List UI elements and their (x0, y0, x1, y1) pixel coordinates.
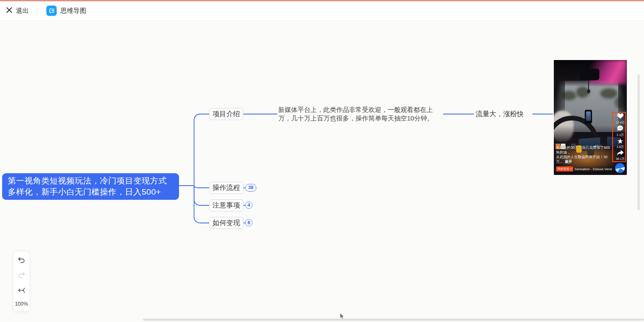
video-caption: 爸妈给的30万，自己花费加了600块的油， 从此我的人生翻篇即将开始！30万..… (556, 145, 613, 164)
collapse-branches-button[interactable] (17, 286, 26, 295)
mindmap-logo-icon (46, 6, 57, 16)
zoom-level[interactable]: 100% (15, 301, 28, 307)
annotation-highlight-box (612, 112, 626, 162)
mirror-charm (588, 80, 589, 90)
undo-button[interactable] (17, 256, 26, 265)
caption-line2: 从此我的人生翻篇即将开始！30万... (556, 155, 608, 164)
palm-tree (600, 88, 617, 99)
soda-music-logo (615, 163, 625, 173)
expand-link[interactable]: 展开 (565, 159, 572, 164)
window-accent-line (0, 0, 644, 1)
exit-button[interactable]: 退出 (6, 7, 29, 15)
rearview-mirror (580, 69, 599, 80)
video-thumbnail-node[interactable]: 05/11 爸妈给的30万，自己花费加了600块的油， 从此我的人生翻篇即将开始… (554, 60, 627, 175)
mirror-charm-pendant (587, 89, 590, 93)
topbar: 退出 思维导图 (0, 1, 644, 21)
mindmap-detail-text-node[interactable]: 新媒体平台上，此类作品非常受欢迎，一般观看都在上万，几十万上百万也很多，操作简单… (278, 105, 441, 123)
mindmap-benefit-text-node[interactable]: 流量大，涨粉快 (476, 110, 524, 119)
mindmap-node-precautions[interactable]: 注意事项 (209, 199, 243, 211)
redo-button[interactable] (17, 271, 26, 280)
mindmap-node-project-intro[interactable]: 项目介绍 (209, 108, 243, 120)
close-icon (6, 7, 12, 15)
collapsed-count-badge[interactable]: 4 (245, 202, 252, 209)
canvas-tool-panel: 100% (13, 251, 30, 312)
mindmap-node-operation-flow[interactable]: 操作流程 (209, 182, 243, 194)
horizontal-scrollbar[interactable] (143, 319, 644, 321)
music-bar[interactable]: 汽水音乐 > Sensation - Deluxe Versi (556, 166, 612, 172)
mindmap-root-node[interactable]: 第一视角类短视频玩法，冷门项目变现方式多样化，新手小白无门槛操作，日入500+ (2, 173, 179, 200)
mounted-phone-screen (586, 111, 591, 121)
exit-label: 退出 (16, 7, 29, 15)
mindmap-node-monetization[interactable]: 如何变现 (209, 217, 243, 229)
music-app-tag[interactable]: 汽水音乐 > (556, 166, 573, 172)
music-title: Sensation - Deluxe Versi (574, 167, 612, 171)
collapsed-count-badge[interactable]: 8 (245, 219, 252, 226)
collapsed-count-badge[interactable]: 38 (245, 184, 256, 192)
topbar-divider (36, 6, 37, 15)
app-title: 思维导图 (61, 7, 86, 15)
caption-line1: 爸妈给的30万，自己花费加了600块的油， (556, 145, 610, 154)
vertical-scrollbar[interactable] (638, 74, 640, 210)
connector-lines (0, 0, 644, 322)
